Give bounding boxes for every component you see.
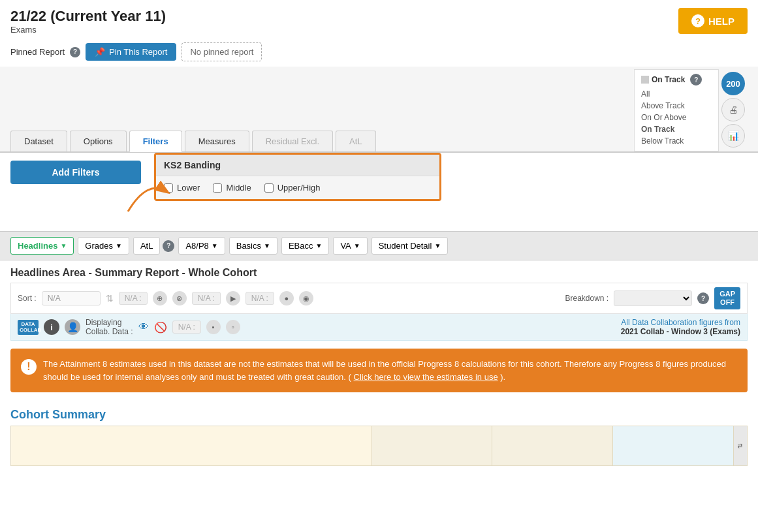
ks2-upper-label: Upper/High — [277, 183, 321, 193]
cohort-col-1 — [11, 426, 372, 465]
main-content: Add Filters KS2 Banding Lower Middle Upp… — [0, 153, 758, 466]
atl-button[interactable]: AtL — [133, 237, 161, 255]
on-track-title: On Track — [652, 75, 685, 84]
headlines-label: Headlines — [18, 241, 57, 251]
sort-input-1[interactable] — [42, 291, 101, 305]
cohort-table: ⇅ — [10, 426, 748, 466]
help-circle-icon: ? — [691, 14, 704, 27]
cohort-scroll-indicator[interactable]: ⇅ — [734, 426, 747, 465]
data-collab-row: DATA COLLAB i 👤 Displaying Collab. Data … — [10, 314, 748, 341]
collab-person-icon[interactable]: 👤 — [65, 319, 80, 335]
on-track-item-on-or-above[interactable]: On Or Above — [641, 112, 712, 123]
ks2-banding-popup: KS2 Banding Lower Middle Upper/High — [154, 153, 441, 201]
breakdown-help-icon[interactable]: ? — [697, 292, 709, 304]
pin-this-report-button[interactable]: 📌 Pin This Report — [86, 43, 176, 61]
on-track-color-sq — [641, 76, 649, 84]
student-detail-caret: ▼ — [434, 242, 441, 249]
sort-row: Sort : ⇅ N/A : ⊕ ⊗ N/A : ▶ N/A : ● ◉ Bre… — [10, 283, 748, 314]
va-button[interactable]: VA ▼ — [333, 237, 367, 255]
on-track-header: On Track ? — [641, 74, 712, 86]
ks2-lower-label: Lower — [177, 183, 200, 193]
collab-icon-1: ▪ — [206, 320, 221, 334]
on-track-item-all[interactable]: All — [641, 88, 712, 100]
sort-icon-3: ▶ — [226, 291, 240, 305]
a8p8-button[interactable]: A8/P8 ▼ — [178, 237, 225, 255]
warning-box: ! The Attainment 8 estimates used in thi… — [10, 349, 748, 392]
sort-icon-2: ⊗ — [172, 291, 187, 305]
eye-visible-icon[interactable]: 👁 — [138, 321, 149, 333]
sort-label: Sort : — [18, 294, 37, 303]
a8p8-caret: ▼ — [212, 242, 218, 249]
a8p8-label: A8/P8 — [185, 241, 208, 251]
va-label: VA — [340, 241, 351, 251]
pinned-label: Pinned Report — [10, 47, 65, 57]
tab-dataset[interactable]: Dataset — [10, 131, 67, 151]
basics-button[interactable]: Basics ▼ — [229, 237, 277, 255]
student-detail-label: Student Detail — [379, 241, 432, 251]
atl-label: AtL — [140, 241, 153, 251]
sort-arrow-icon: ⇅ — [106, 293, 114, 304]
na-badge-1: N/A : — [119, 292, 148, 305]
tab-options[interactable]: Options — [70, 131, 127, 151]
no-pinned-report-badge: No pinned report — [182, 42, 262, 61]
badge-200-icon[interactable]: 200 — [721, 72, 745, 95]
on-track-list: All Above Track On Or Above On Track Bel… — [641, 88, 712, 147]
collab-figures: All Data Collaboration figures from 2021… — [621, 318, 740, 336]
collab-info-icon[interactable]: i — [44, 319, 59, 335]
gap-off-button[interactable]: GAP OFF — [714, 287, 740, 309]
grades-caret: ▼ — [116, 242, 122, 249]
section-title: Headlines Area - Summary Report - Whole … — [10, 260, 748, 283]
ebacc-label: EBacc — [289, 241, 313, 251]
student-detail-button[interactable]: Student Detail ▼ — [371, 237, 449, 255]
sort-icon-4: ● — [279, 291, 294, 305]
add-filters-button[interactable]: Add Filters — [10, 161, 141, 184]
data-collab-badge: DATA COLLAB — [18, 320, 39, 335]
ks2-lower-checkbox[interactable] — [164, 183, 173, 193]
warning-link[interactable]: Click here to view the estimates in use — [354, 372, 498, 382]
ks2-upper-checkbox[interactable] — [264, 183, 274, 193]
ks2-upper-option[interactable]: Upper/High — [264, 183, 321, 193]
on-track-item-below[interactable]: Below Track — [641, 135, 712, 147]
tabs-row: Dataset Options Filters Measures Residua… — [10, 127, 634, 151]
na-badge-3: N/A : — [245, 292, 274, 305]
on-track-help-icon[interactable]: ? — [690, 74, 702, 86]
ebacc-caret: ▼ — [316, 242, 323, 249]
on-track-item-above[interactable]: Above Track — [641, 100, 712, 112]
breakdown-select[interactable] — [614, 290, 692, 306]
filters-area: Add Filters KS2 Banding Lower Middle Upp… — [10, 153, 748, 231]
grades-button[interactable]: Grades ▼ — [78, 237, 129, 255]
pin-icon: 📌 — [95, 47, 105, 57]
help-button[interactable]: ? HELP — [678, 8, 748, 34]
ks2-middle-label: Middle — [226, 183, 251, 193]
pinned-help-icon[interactable]: ? — [70, 47, 80, 57]
collab-icon-2: ▫ — [226, 320, 240, 334]
atl-group: AtL ? — [133, 237, 175, 255]
ks2-title: KS2 Banding — [156, 155, 439, 176]
pinned-report-section: Pinned Report ? 📌 Pin This Report No pin… — [0, 37, 758, 67]
warning-icon: ! — [21, 359, 37, 375]
ks2-middle-option[interactable]: Middle — [213, 183, 251, 193]
ks2-lower-option[interactable]: Lower — [164, 183, 200, 193]
tab-residual: Residual Excl. — [252, 131, 333, 151]
warning-text-end: ). — [500, 372, 505, 382]
eye-hidden-icon[interactable]: 🚫 — [154, 321, 167, 334]
ks2-options: Lower Middle Upper/High — [156, 176, 439, 199]
print-icon[interactable]: 🖨 — [721, 98, 745, 121]
headlines-button[interactable]: Headlines ▼ — [10, 237, 74, 255]
collab-figures-value: 2021 Collab - Window 3 (Exams) — [621, 327, 740, 336]
basics-label: Basics — [236, 241, 261, 251]
on-track-item-on-track[interactable]: On Track — [641, 123, 712, 135]
tab-measures[interactable]: Measures — [185, 131, 249, 151]
warning-text: The Attainment 8 estimates used in this … — [43, 358, 737, 383]
cohort-col-2 — [372, 426, 493, 465]
tab-filters[interactable]: Filters — [129, 131, 182, 152]
header-title-group: 21/22 (Current Year 11) Exams — [10, 8, 166, 35]
excel-icon[interactable]: 📊 — [721, 124, 745, 148]
collab-na-badge: N/A : — [172, 321, 201, 334]
collab-figures-label: All Data Collaboration figures from — [621, 318, 740, 327]
ks2-middle-checkbox[interactable] — [213, 183, 222, 193]
page-subtitle: Exams — [10, 25, 166, 35]
atl-help-icon[interactable]: ? — [163, 240, 174, 252]
pin-btn-label: Pin This Report — [109, 47, 167, 57]
ebacc-button[interactable]: EBacc ▼ — [281, 237, 329, 255]
